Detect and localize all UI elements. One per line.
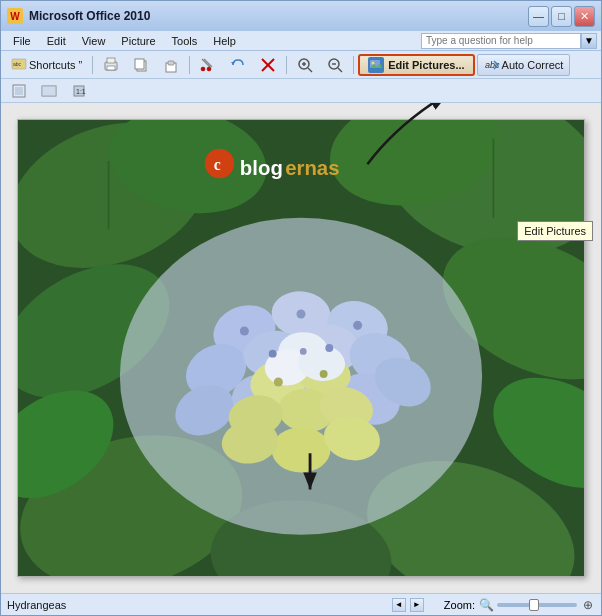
svg-line-17: [308, 68, 312, 72]
edit-pictures-icon: [368, 57, 384, 73]
shortcuts-icon: abc: [11, 57, 27, 73]
toolbar-separator-3: [286, 56, 287, 74]
zoom-in-status-button[interactable]: ⊕: [581, 598, 595, 612]
tb-print-button[interactable]: [97, 54, 125, 76]
flower-image: c blog ernas: [18, 120, 584, 576]
tb-delete-button[interactable]: [254, 54, 282, 76]
tb-paste-button[interactable]: [157, 54, 185, 76]
tb-cut-button[interactable]: [194, 54, 222, 76]
zoom-out-icon: [327, 57, 343, 73]
tb2-fit-width-button[interactable]: [35, 80, 63, 102]
edit-pictures-label: Edit Pictures...: [388, 59, 464, 71]
window-title: Microsoft Office 2010: [29, 9, 528, 23]
document-area: c blog ernas: [17, 119, 585, 577]
svg-rect-30: [42, 86, 56, 96]
toolbar-main: abc Shortcuts ”: [1, 51, 601, 79]
menu-tools[interactable]: Tools: [164, 33, 206, 49]
tb2-fit-button[interactable]: [5, 80, 33, 102]
svg-text:ernas: ernas: [285, 157, 339, 179]
undo-icon: [230, 57, 246, 73]
svg-point-11: [201, 67, 205, 71]
svg-rect-6: [135, 59, 144, 69]
svg-point-12: [207, 67, 211, 71]
help-search-button[interactable]: ▼: [581, 33, 597, 49]
shortcuts-label: Shortcuts ”: [29, 59, 82, 71]
maximize-button[interactable]: □: [551, 6, 572, 27]
help-search-area: ▼: [421, 33, 597, 49]
cut-icon: [200, 57, 216, 73]
nav-next-button[interactable]: ►: [410, 598, 424, 612]
toolbar-separator-4: [353, 56, 354, 74]
status-filename: Hydrangeas: [7, 599, 392, 611]
application-window: W Microsoft Office 2010 — □ ✕ File Edit …: [0, 0, 602, 616]
zoom-label: Zoom:: [444, 599, 475, 611]
tb-copy-button[interactable]: [127, 54, 155, 76]
menu-picture[interactable]: Picture: [113, 33, 163, 49]
svg-text:abc: abc: [13, 61, 22, 67]
title-bar: W Microsoft Office 2010 — □ ✕: [1, 1, 601, 31]
svg-text:blog: blog: [240, 157, 283, 179]
svg-marker-13: [231, 62, 235, 65]
svg-text:1:1: 1:1: [76, 88, 86, 95]
menu-bar: File Edit View Picture Tools Help ▼: [1, 31, 601, 51]
tb-undo-button[interactable]: [224, 54, 252, 76]
nav-prev-button[interactable]: ◄: [392, 598, 406, 612]
edit-pictures-button[interactable]: Edit Pictures...: [358, 54, 474, 76]
auto-correct-button[interactable]: abc Auto Correct: [477, 54, 571, 76]
svg-rect-4: [107, 66, 115, 70]
zoom-out-status-button[interactable]: 🔍: [479, 598, 493, 612]
svg-rect-28: [15, 87, 23, 95]
auto-correct-icon: abc: [484, 57, 500, 73]
app-icon: W: [7, 8, 23, 24]
svg-point-76: [325, 344, 333, 352]
tb2-actual-size-button[interactable]: 1:1: [65, 80, 93, 102]
content-area: Edit Pictures: [1, 103, 601, 593]
fit-page-icon: [11, 83, 27, 99]
svg-point-79: [300, 348, 307, 355]
minimize-button[interactable]: —: [528, 6, 549, 27]
status-nav: ◄ ►: [392, 598, 424, 612]
menu-view[interactable]: View: [74, 33, 114, 49]
copy-icon: [133, 57, 149, 73]
print-icon: [103, 57, 119, 73]
svg-rect-3: [107, 58, 115, 63]
toolbar-separator-2: [189, 56, 190, 74]
svg-point-73: [296, 310, 305, 319]
zoom-in-icon: [297, 57, 313, 73]
zoom-thumb[interactable]: [529, 599, 539, 611]
auto-correct-label: Auto Correct: [502, 59, 564, 71]
actual-size-icon: 1:1: [71, 83, 87, 99]
close-button[interactable]: ✕: [574, 6, 595, 27]
svg-point-72: [240, 326, 249, 335]
zoom-slider[interactable]: [497, 603, 577, 607]
toolbar-separator-1: [92, 56, 93, 74]
svg-line-21: [338, 68, 342, 72]
svg-point-78: [320, 370, 328, 378]
tooltip-text: Edit Pictures: [524, 225, 586, 237]
window-controls: — □ ✕: [528, 6, 595, 27]
svg-rect-8: [168, 61, 174, 65]
status-bar: Hydrangeas ◄ ► Zoom: 🔍 ⊕: [1, 593, 601, 615]
menu-file[interactable]: File: [5, 33, 39, 49]
menu-help[interactable]: Help: [205, 33, 244, 49]
tb-zoom-in-button[interactable]: [291, 54, 319, 76]
svg-point-77: [274, 377, 283, 386]
help-search-input[interactable]: [421, 33, 581, 49]
shortcuts-button[interactable]: abc Shortcuts ”: [5, 54, 88, 76]
menu-edit[interactable]: Edit: [39, 33, 74, 49]
paste-icon: [163, 57, 179, 73]
zoom-area: Zoom: 🔍 ⊕: [444, 598, 595, 612]
edit-pictures-tooltip: Edit Pictures: [517, 221, 593, 241]
fit-width-icon: [41, 83, 57, 99]
delete-icon: [260, 57, 276, 73]
svg-text:c: c: [214, 156, 221, 173]
tb-zoom-out-button[interactable]: [321, 54, 349, 76]
svg-point-75: [269, 350, 277, 358]
svg-point-66: [272, 427, 331, 472]
toolbar-secondary: 1:1: [1, 79, 601, 103]
svg-point-74: [353, 321, 362, 330]
